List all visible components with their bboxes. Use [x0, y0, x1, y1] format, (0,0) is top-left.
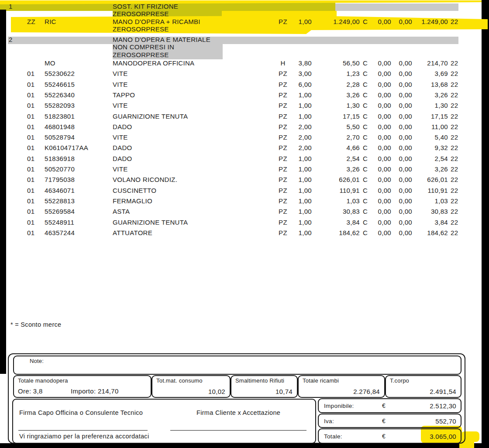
cell-amount: 1.249,00 — [409, 18, 448, 26]
cell-d1: 0,00 — [369, 122, 391, 132]
section1-desc-line2: ZEROSORPRESE — [113, 10, 169, 17]
cell-qty: 1,00 — [290, 185, 312, 196]
imponibile-box: Imponibile: € 2.512,30 — [318, 398, 461, 413]
totale-ricambi-label: Totale ricambi — [303, 377, 339, 384]
cell-flag: C — [363, 217, 368, 228]
cell-desc: VITE — [113, 79, 128, 90]
totale-manodopera-label: Totale manodopera — [18, 377, 68, 384]
cell-price: 2,54 — [320, 154, 360, 164]
cell-vat: 22 — [451, 132, 458, 143]
cell-flag: C — [363, 206, 368, 217]
cell-price: 110,91 — [320, 185, 360, 196]
cell-code-a: ZZ — [27, 18, 35, 26]
table-row: 0146357244ATTUATOREPZ1,00184,62C0,000,00… — [0, 228, 489, 238]
cell-vat: 22 — [451, 143, 458, 153]
iva-box: Iva: € 552,70 — [318, 414, 461, 428]
cell-d1: 0,00 — [369, 90, 391, 100]
cell-flag: C — [363, 196, 368, 206]
cell-amt: 2,54 — [409, 154, 448, 164]
table-row: 0155226340TAPPOPZ1,003,26C0,000,003,2622 — [0, 90, 489, 100]
cell-vat: 22 — [451, 90, 458, 100]
document-content: 1 SOST. KIT FRIZIONEZEROSORPRESE ZZ RIC … — [0, 0, 489, 448]
cell-desc: ASTA — [113, 206, 130, 217]
cell-code: 55269584 — [45, 206, 75, 217]
cell-desc: VITE — [113, 68, 128, 79]
cell-qty: 1,00 — [290, 196, 312, 206]
cell-qty: 2,00 — [290, 122, 312, 132]
cell-flag: C — [363, 174, 368, 185]
cell-disc1: 0,00 — [369, 18, 391, 26]
table-row: 0151823801GUARNIZIONE TENUTAPZ1,0017,15C… — [0, 111, 489, 122]
table-row: 0155248911GUARNIZIONE TENUTAPZ1,003,84C0… — [0, 217, 489, 228]
totale-value: 3.065,00 — [430, 432, 456, 440]
cell-flag: C — [363, 164, 368, 174]
cell-amt: 110,91 — [409, 185, 448, 196]
cell-price: 3,26 — [320, 90, 360, 100]
cell-vat: 22 — [451, 217, 458, 228]
cell-vat: 22 — [451, 174, 458, 185]
smaltimento-box: Smaltimento Rifiuti 10,74 — [231, 375, 298, 398]
cell-vat: 22 — [451, 154, 458, 164]
signature-line-cliente — [170, 430, 306, 431]
cell-vat: 22 — [451, 111, 458, 122]
cell-qty: 1,00 — [290, 164, 312, 174]
cell-price: 1.249,00 — [320, 18, 360, 26]
cell-code: 55246615 — [45, 79, 75, 90]
t-corpo-value: 2.491,54 — [430, 388, 456, 395]
footnote-sconto-merce: * = Sconto merce — [10, 321, 61, 328]
cell-pre: 01 — [27, 164, 34, 174]
importo-value: Importo: 214,70 — [71, 387, 119, 395]
cell-qty: 1,00 — [290, 90, 312, 100]
cell-vat: 22 — [451, 228, 458, 238]
cell-code: 50520770 — [45, 164, 75, 174]
cell-pre: 01 — [27, 185, 34, 196]
cell-code: 46346071 — [45, 185, 75, 196]
cell-d1: 0,00 — [369, 174, 391, 185]
cell-code: K06104717AA — [45, 143, 88, 153]
cell-desc: FERMAGLIO — [113, 196, 152, 206]
cell-qty: 1,00 — [290, 18, 312, 26]
cell-price: 17,15 — [320, 111, 360, 122]
cell-vat: 22 — [451, 185, 458, 196]
euro-sign: € — [382, 402, 386, 409]
cell-desc: DADO — [113, 154, 132, 164]
cell-flag: C — [363, 228, 368, 238]
cell-price: 30,83 — [320, 206, 360, 217]
t-corpo-label: T.corpo — [390, 377, 409, 384]
cell-code: 51836918 — [45, 154, 75, 164]
cell-pre: 01 — [27, 143, 34, 153]
note-box: Note: — [13, 356, 461, 375]
cell-d1: 0,00 — [369, 196, 391, 206]
firma-capo-label: Firma Capo Officina o Consulente Tecnico — [19, 409, 143, 416]
thanks-text: Vi ringraziamo per la preferenza accorda… — [19, 433, 149, 440]
iva-label: Iva: — [324, 417, 334, 424]
cell-flag: C — [363, 154, 368, 164]
section2-desc-line3: ZEROSORPRESE — [113, 51, 169, 58]
scanned-work-order-page: 1 SOST. KIT FRIZIONEZEROSORPRESE ZZ RIC … — [0, 0, 489, 448]
cell-pre: 01 — [27, 154, 34, 164]
cell-price: 5,50 — [320, 122, 360, 132]
cell-d1: 0,00 — [369, 206, 391, 217]
cell-d1: 0,00 — [369, 143, 391, 153]
cell-desc: GUARNIZIONE TENUTA — [113, 217, 188, 228]
cell-qty: 3,80 — [290, 58, 312, 68]
cell-pre: 01 — [27, 79, 34, 90]
cell-code: 46801948 — [45, 122, 75, 132]
table-row: 0146346071CUSCINETTOPZ1,00110,91C0,000,0… — [0, 185, 489, 196]
section2-desc-line1: MANO D'OPERA E MATERIALE — [113, 36, 210, 43]
cell-code: 50528794 — [45, 132, 75, 143]
cell-pre: 01 — [27, 122, 34, 132]
table-row: 0155228813FERMAGLIOPZ1,001,03C0,000,001,… — [0, 196, 489, 206]
cell-d1: 0,00 — [369, 164, 391, 174]
cell-code-b: RIC — [45, 18, 56, 26]
table-row: MOMANODOPERA OFFICINAH3,8056,50C0,000,00… — [0, 58, 489, 68]
cell-desc: MANODOPERA OFFICINA — [113, 58, 194, 68]
cell-flag: C — [363, 58, 368, 68]
cell-price: 3,84 — [320, 217, 360, 228]
cell-amt: 1,30 — [409, 100, 448, 111]
cell-pre: 01 — [27, 90, 34, 100]
cell-desc: DADO — [113, 122, 132, 132]
table-row: 0150520770VITEPZ1,003,26C0,000,003,2622 — [0, 164, 489, 174]
table-row: 0155246615VITEPZ6,002,28C0,000,0013,6822 — [0, 79, 489, 90]
section1-desc-line1: SOST. KIT FRIZIONE — [113, 3, 178, 10]
